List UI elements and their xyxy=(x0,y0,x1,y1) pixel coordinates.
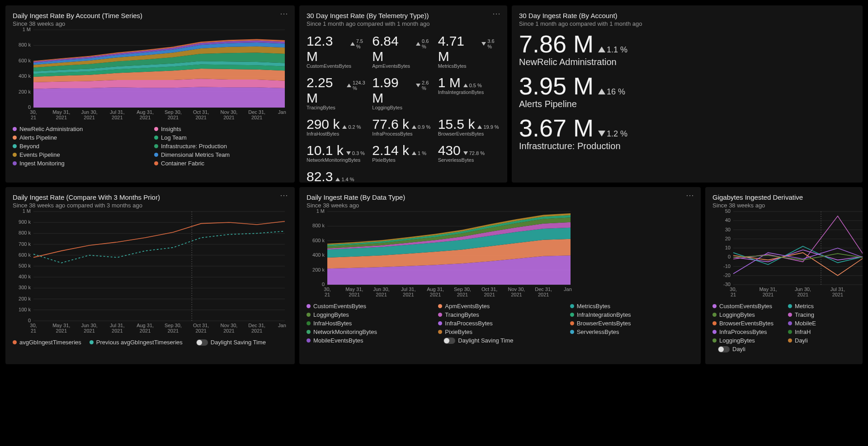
trend-up-icon xyxy=(477,125,482,129)
legend-swatch xyxy=(788,304,792,308)
legend-item[interactable]: InfraProcessBytes xyxy=(438,320,561,327)
legend-item[interactable]: CustomEventsBytes xyxy=(712,303,780,310)
line-chart[interactable]: -30-20-100102030405030,21May 31,2021Jun … xyxy=(712,209,863,299)
metric-card[interactable]: 290 k0.2 %InfraHostBytes xyxy=(307,117,368,136)
legend-label: Insights xyxy=(161,126,181,132)
legend-item[interactable]: ApmEventsBytes xyxy=(438,303,561,310)
dst-toggle[interactable]: Daylight Saving Time xyxy=(443,337,561,344)
legend-swatch xyxy=(788,330,792,334)
legend-label: InfraHostBytes xyxy=(313,320,352,327)
panel-menu-icon[interactable]: ⋯ xyxy=(686,193,694,197)
metric-card[interactable]: 2.25 M124.3 %TracingBytes xyxy=(307,75,368,110)
legend-item[interactable]: InfraHostBytes xyxy=(307,320,430,327)
svg-text:2021: 2021 xyxy=(511,292,522,297)
metric-card[interactable]: 77.6 k0.9 %InfraProcessBytes xyxy=(372,117,434,136)
toggle-label: Daylight Saving Time xyxy=(458,337,513,344)
trend-up-icon xyxy=(335,178,340,181)
legend-item[interactable]: MobileE xyxy=(788,320,855,327)
trend-up-icon xyxy=(598,89,605,94)
metric-card[interactable]: 1 M0.5 %InfraIntegrationBytes xyxy=(438,75,500,110)
legend-label: NetworkMonitoringBytes xyxy=(313,329,377,335)
account-metric[interactable]: 3.95 M16 %Alerts Pipeline xyxy=(519,74,855,109)
metric-card[interactable]: 82.31.4 %MobileEventsBytes xyxy=(307,169,368,183)
legend-item[interactable]: Insights xyxy=(154,126,288,132)
stacked-area-chart[interactable]: 0200 k400 k600 k800 k1 M30,21May 31,2021… xyxy=(307,209,573,299)
metric-label: Infrastructure: Production xyxy=(519,141,855,151)
legend-item[interactable]: LoggingBytes xyxy=(712,311,780,318)
legend-item[interactable]: CustomEventsBytes xyxy=(307,303,430,310)
svg-text:2021: 2021 xyxy=(195,115,206,120)
panel-menu-icon[interactable]: ⋯ xyxy=(280,193,288,197)
stacked-area-chart[interactable]: 0200 k400 k600 k800 k1 M30,21May 31,2021… xyxy=(13,27,288,122)
metric-card[interactable]: 12.3 M7.5 %CustomEventsBytes xyxy=(307,33,368,69)
account-metric[interactable]: 7.86 M1.1 %NewRelic Administration xyxy=(519,32,855,67)
metric-card[interactable]: 2.14 k1 %PixieBytes xyxy=(372,143,434,163)
metric-card[interactable]: 1.99 M2.6 %LoggingBytes xyxy=(372,75,434,110)
panel-menu-icon[interactable]: ⋯ xyxy=(280,12,288,15)
panel-menu-icon[interactable]: ⋯ xyxy=(492,12,501,15)
svg-text:200 k: 200 k xyxy=(19,89,31,94)
metric-card[interactable]: 10.1 k0.3 %NetworkMonitoringBytes xyxy=(307,143,368,163)
legend-label: CustomEventsBytes xyxy=(719,303,772,310)
dst-toggle[interactable]: Daylight Saving Time xyxy=(196,339,266,346)
legend-swatch xyxy=(788,313,792,317)
svg-text:2021: 2021 xyxy=(168,115,179,120)
metric-card[interactable]: 15.5 k19.9 %BrowserEventsBytes xyxy=(438,117,500,136)
trend-down-icon xyxy=(346,151,351,155)
legend-label: Metrics xyxy=(795,303,814,310)
legend-item[interactable]: LoggingBytes xyxy=(712,337,780,344)
svg-text:21: 21 xyxy=(731,292,736,297)
dst-toggle[interactable]: Dayli xyxy=(718,346,780,352)
legend-item[interactable]: Infrastructure: Production xyxy=(154,143,288,150)
svg-text:21: 21 xyxy=(31,328,36,333)
legend-swatch xyxy=(438,313,442,317)
legend-item[interactable]: BrowserEventsBytes xyxy=(570,320,693,327)
svg-text:Jun 30,: Jun 30, xyxy=(81,323,98,328)
panel-title: Gigabytes Ingested Derivative xyxy=(712,193,855,201)
metric-card[interactable]: 6.84 M0.6 %ApmEventsBytes xyxy=(372,33,434,69)
svg-text:2021: 2021 xyxy=(763,292,774,297)
line-chart[interactable]: 0100 k200 k300 k400 k500 k600 k700 k800 … xyxy=(13,209,288,335)
metric-delta: 0.5 % xyxy=(463,83,482,88)
metric-card[interactable]: 43072.8 %ServerlessBytes xyxy=(438,143,500,163)
legend-item[interactable]: Tracing xyxy=(788,311,855,318)
legend-item[interactable]: InfraProcessBytes xyxy=(712,329,780,335)
legend-item[interactable]: Log Team xyxy=(154,134,288,141)
metric-label: NetworkMonitoringBytes xyxy=(307,157,368,163)
legend-swatch xyxy=(438,330,442,334)
legend-item[interactable]: InfraH xyxy=(788,329,855,335)
legend-item[interactable]: Container Fabric xyxy=(154,160,288,167)
panel-subtitle: Since 38 weeks ago xyxy=(712,202,855,209)
svg-text:Aug 31,: Aug 31, xyxy=(427,286,444,292)
legend-item[interactable]: BrowserEventsBytes xyxy=(712,320,780,327)
svg-text:May 31,: May 31, xyxy=(759,286,777,292)
legend-item[interactable]: Dayli xyxy=(788,337,855,344)
metric-value: 3.95 M xyxy=(519,74,594,98)
legend-item[interactable]: Dimensional Metrics Team xyxy=(154,151,288,158)
legend-item[interactable]: LoggingBytes xyxy=(307,311,430,318)
legend-item[interactable]: Beyond xyxy=(13,143,146,150)
legend-item[interactable]: MetricsBytes xyxy=(570,303,693,310)
legend-item[interactable]: Alerts Pipeline xyxy=(13,134,146,141)
legend-item[interactable]: MobileEventsBytes xyxy=(307,337,430,344)
metric-card[interactable]: 4.71 M3.6 %MetricsBytes xyxy=(438,33,500,69)
metric-value: 6.84 M xyxy=(372,33,413,64)
legend-item[interactable]: NetworkMonitoringBytes xyxy=(307,329,430,335)
legend-item[interactable]: TracingBytes xyxy=(438,311,561,318)
legend-item[interactable]: PixieBytes xyxy=(438,329,561,335)
legend-item[interactable]: Events Pipeline xyxy=(13,151,146,158)
metric-delta: 0.2 % xyxy=(342,124,361,130)
legend-swatch xyxy=(307,321,311,325)
legend-item[interactable]: Previous avgGbIngestTimeseries xyxy=(90,339,183,346)
legend-item[interactable]: InfraIntegrationBytes xyxy=(570,311,693,318)
legend-item[interactable]: Ingest Monitoring xyxy=(13,160,146,167)
legend-item[interactable]: NewRelic Administration xyxy=(13,126,146,132)
metric-value: 2.25 M xyxy=(307,75,344,106)
legend-item[interactable]: ServerlessBytes xyxy=(570,329,693,335)
legend-label: ServerlessBytes xyxy=(577,329,619,335)
legend-label: LoggingBytes xyxy=(719,311,755,318)
legend-item[interactable]: avgGbIngestTimeseries xyxy=(13,339,81,346)
legend-item[interactable]: Metrics xyxy=(788,303,855,310)
panel-compare-3mo-prior: Daily Ingest Rate (Compare With 3 Months… xyxy=(5,187,295,364)
account-metric[interactable]: 3.67 M1.2 %Infrastructure: Production xyxy=(519,116,855,151)
